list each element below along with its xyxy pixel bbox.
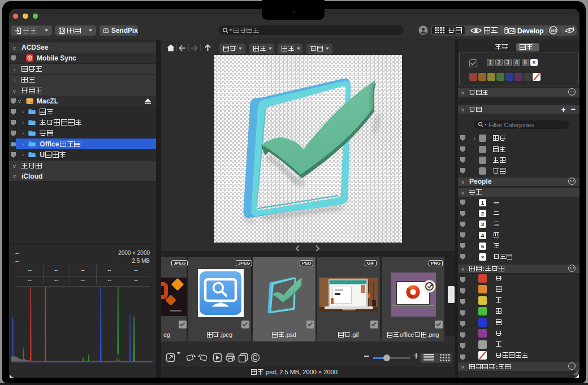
svg-text:365: 365 xyxy=(550,28,556,32)
